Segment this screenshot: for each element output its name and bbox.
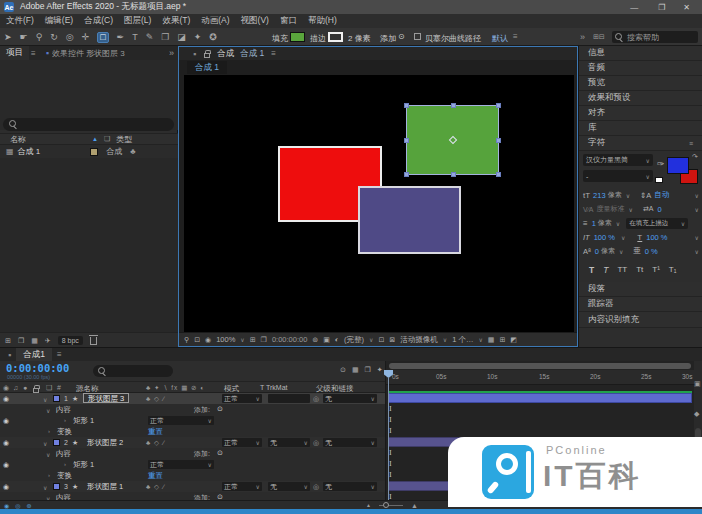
add-options-icon[interactable]: ⊙	[398, 32, 405, 41]
eye-icon[interactable]: ◉	[3, 417, 9, 425]
grid-guides-icon[interactable]: ⊞	[250, 336, 256, 343]
transform-label[interactable]: 变换	[57, 427, 72, 437]
expander-icon[interactable]: ›	[48, 472, 50, 478]
contents-row[interactable]: ∨ 内容 添加: ⊙	[0, 448, 385, 459]
rectangle-row[interactable]: ◉ › 矩形 1 正常 ∨	[0, 459, 385, 470]
eye-icon[interactable]: ◉	[3, 439, 9, 447]
tab-effect-controls[interactable]: 效果控件 形状图层 3	[52, 48, 125, 59]
all-caps-button[interactable]: TT	[617, 265, 627, 274]
bezier-checkbox[interactable]	[414, 33, 421, 40]
selection-handle[interactable]	[451, 172, 456, 177]
chevron-down-icon[interactable]: ∨	[695, 234, 699, 241]
view-count-value[interactable]: 1 个…	[452, 335, 473, 345]
panel-menu-icon[interactable]: ≡	[689, 140, 693, 147]
layer-color-chip[interactable]	[53, 483, 60, 490]
add-shape-icon[interactable]: ⊙	[217, 449, 223, 457]
always-preview-icon[interactable]: ⚲	[184, 336, 189, 343]
minimize-button[interactable]: —	[630, 3, 638, 12]
new-composition-icon[interactable]: ⊞	[5, 337, 11, 344]
eye-icon[interactable]: ◉	[3, 483, 9, 491]
project-search-box[interactable]	[3, 118, 174, 131]
small-caps-button[interactable]: Tt	[636, 265, 643, 274]
selection-handle[interactable]	[496, 138, 501, 143]
puppet-tool[interactable]: ✪	[209, 33, 217, 42]
add-shape-icon[interactable]: ⊙	[217, 405, 223, 413]
rectangle-label[interactable]: 矩形 1	[73, 460, 94, 470]
label-column-icon[interactable]: ❏	[104, 135, 110, 143]
chevron-down-icon[interactable]: ∨	[621, 234, 625, 241]
layer-name[interactable]: 形状图层 2	[87, 438, 123, 448]
chevron-down-icon[interactable]: ∨	[695, 206, 699, 213]
swap-colors-icon[interactable]: ↷	[692, 153, 698, 161]
selection-handle[interactable]	[496, 172, 501, 177]
close-button[interactable]: ✕	[683, 3, 690, 12]
trkmat-dropdown[interactable]: 无 ∨	[268, 482, 310, 491]
superscript-button[interactable]: T¹	[652, 265, 660, 274]
panel-tracker[interactable]: 跟踪器	[579, 297, 702, 312]
composition-canvas[interactable]	[184, 75, 574, 332]
transform-label[interactable]: 变换	[57, 471, 72, 481]
panel-libraries[interactable]: 库	[579, 121, 702, 136]
viewer-tab[interactable]: 合成 1	[187, 61, 227, 74]
selection-handle[interactable]	[496, 103, 501, 108]
blend-mode-dropdown[interactable]: 正常 ∨	[222, 394, 262, 403]
transform-row[interactable]: › 变换 重置	[0, 470, 385, 481]
fill-color-swatch[interactable]	[290, 32, 305, 42]
zoom-in-icon[interactable]: ▲	[411, 502, 418, 509]
type-tool[interactable]: T	[132, 33, 138, 42]
layer-name[interactable]: 形状图层 1	[87, 482, 123, 492]
eye-icon[interactable]: ◉	[3, 395, 9, 403]
chevron-down-icon[interactable]: ∨	[619, 248, 623, 255]
layer-switches[interactable]: ♣ ◇ ∕	[146, 439, 165, 447]
chevron-down-icon[interactable]: ∨	[629, 206, 633, 213]
subscript-button[interactable]: T₁	[669, 265, 677, 274]
audio-column-icon[interactable]: ♫	[13, 384, 18, 391]
stroke-width-value[interactable]: 1	[592, 219, 596, 228]
clone-stamp-tool[interactable]: ❐	[161, 33, 169, 42]
layer-color-chip[interactable]	[53, 439, 60, 446]
primary-viewer-icon[interactable]: ⊡	[194, 336, 200, 343]
workspace-menu-icon[interactable]: ≡	[513, 32, 518, 41]
chevron-down-icon[interactable]: ∨	[240, 336, 244, 343]
snapshot-icon[interactable]: ⊚	[312, 336, 318, 343]
expander-icon[interactable]: ∨	[43, 440, 47, 447]
hide-shy-icon[interactable]: ❐	[365, 366, 371, 373]
stroke-width-value[interactable]: 2 像素	[348, 33, 371, 44]
vertical-scale-value[interactable]: 100 %	[594, 233, 615, 242]
chevron-down-icon[interactable]: ∨	[478, 336, 482, 343]
menu-edit[interactable]: 编辑(E)	[45, 15, 73, 27]
tsume-value[interactable]: 0 %	[645, 247, 658, 256]
interpret-footage-icon[interactable]: ▦	[31, 337, 38, 344]
sort-ascending-icon[interactable]: ▲	[92, 136, 98, 142]
lock-icon[interactable]	[204, 53, 210, 58]
frame-blend-toggle-icon[interactable]: ◉	[4, 502, 9, 509]
chevron-down-icon[interactable]: ∨	[369, 336, 373, 343]
layer-switches[interactable]: ♣ ◇ ∕	[146, 483, 165, 491]
column-type[interactable]: 类型	[116, 134, 132, 145]
project-item-row[interactable]: ▦ 合成 1 合成 ♣	[0, 145, 178, 158]
project-settings-icon[interactable]: ✈	[45, 337, 51, 344]
draft-3d-icon[interactable]: ▦	[352, 366, 359, 373]
contents-label[interactable]: 内容	[56, 449, 71, 459]
leading-value[interactable]: 自动	[654, 190, 669, 200]
expander-icon[interactable]: ∨	[46, 407, 50, 414]
magnification-value[interactable]: 100%	[216, 335, 235, 344]
video-column-icon[interactable]: ◉	[3, 384, 9, 392]
menu-composition[interactable]: 合成(C)	[84, 15, 113, 27]
trkmat-dropdown[interactable]: 无 ∨	[268, 438, 310, 447]
rotation-tool[interactable]: ↻	[50, 33, 58, 42]
selection-handle[interactable]	[404, 138, 409, 143]
chevron-down-icon[interactable]: ∨	[616, 220, 620, 227]
expander-icon[interactable]: ∨	[43, 396, 47, 403]
motion-blur-toggle-icon[interactable]: ◎	[15, 502, 20, 509]
menu-help[interactable]: 帮助(H)	[308, 15, 337, 27]
motion-blur-icon[interactable]: ✦	[377, 366, 383, 373]
brush-tool[interactable]: ✎	[146, 33, 154, 42]
rectangle-tool[interactable]: □	[97, 32, 108, 43]
panel-content-aware-fill[interactable]: 内容识别填充	[579, 312, 702, 328]
chevron-down-icon[interactable]: ∨	[626, 192, 630, 199]
reset-button[interactable]: 重置	[148, 427, 163, 437]
expander-icon[interactable]: ∨	[43, 484, 47, 491]
zoom-out-icon[interactable]: ▲	[366, 502, 371, 508]
anchor-point[interactable]	[449, 136, 457, 144]
